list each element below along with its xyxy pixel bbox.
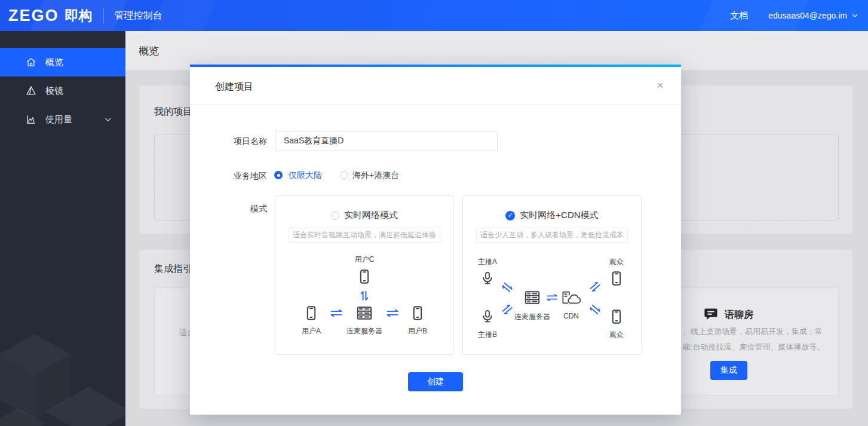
- voice-room-title: 语聊房: [725, 309, 753, 321]
- region-option-mainland-label[interactable]: 仅限大陆: [289, 170, 322, 181]
- sidebar-item-label: 使用量: [45, 114, 72, 125]
- sidebar-menu: 概览 棱镜 使用量: [0, 48, 125, 134]
- mode-cdn-radio-checked-icon[interactable]: ✓: [505, 211, 515, 220]
- mode-rtc-radio[interactable]: [331, 212, 339, 220]
- docs-link[interactable]: 文档: [730, 10, 748, 22]
- sidebar-item-overview[interactable]: 概览: [0, 48, 125, 76]
- sidebar-item-label: 概览: [45, 57, 63, 68]
- microphone-icon: [480, 271, 495, 286]
- close-icon[interactable]: ×: [654, 79, 667, 92]
- mode-rtc-description: 适合实时音视频互动场景，满足超低延迟体验: [289, 228, 440, 243]
- project-name-label: 项目名称: [190, 136, 267, 147]
- create-project-modal: 创建项目 × 项目名称 业务地区 仅限大陆 海外+港澳台 模式 实时网络模式 适…: [190, 65, 681, 415]
- sidebar-item-prism[interactable]: 棱镜: [0, 76, 125, 105]
- phone-icon: [356, 268, 373, 285]
- double-arrow-icon: [330, 309, 343, 317]
- create-button[interactable]: 创建: [408, 372, 463, 391]
- diagram-node-label: 用户C: [355, 255, 375, 265]
- diagram-node-label: 连麦服务器: [346, 326, 382, 336]
- region-option-overseas-label[interactable]: 海外+港澳台: [352, 170, 399, 181]
- voice-room-description: 、线上桌游场景，易用易开发，集成；常 能:自动推拉流、麦位管理、媒体播放等。: [683, 324, 825, 355]
- phone-icon: [608, 270, 625, 287]
- diagram-node-label: 用户B: [408, 326, 427, 336]
- integration-guide-title: 集成指引: [154, 263, 192, 275]
- home-icon: [25, 56, 37, 68]
- region-radio-mainland[interactable]: [274, 171, 283, 179]
- microphone-icon: [480, 309, 495, 324]
- server-icon: [355, 304, 374, 323]
- server-icon: [523, 288, 542, 307]
- project-name-input[interactable]: [275, 131, 498, 151]
- topbar: ZEGO 即构 管理控制台 文档 edusaas04@zego.im: [0, 0, 868, 31]
- sidebar-item-label: 棱镜: [45, 85, 63, 97]
- double-arrow-diagonal-icon: [500, 303, 514, 316]
- zego-logo-cjk[interactable]: 即构: [65, 9, 93, 23]
- mode-cdn-description: 适合少人互动，多人观看场景，更低拉流成本: [476, 228, 628, 243]
- double-arrow-diagonal-icon: [500, 281, 514, 294]
- voice-room-desc-line1: 、线上桌游场景，易用易开发，集成；常: [683, 324, 825, 339]
- double-arrow-vertical-icon: [360, 290, 369, 302]
- prism-icon: [25, 85, 37, 97]
- region-label: 业务地区: [190, 171, 267, 182]
- mode-card-rtc[interactable]: 实时网络模式 适合实时音视频互动场景，满足超低延迟体验 用户C: [275, 195, 454, 355]
- page-title: 概览: [139, 44, 159, 58]
- account-email: edusaas04@zego.im: [768, 11, 847, 20]
- modal-gradient-bar: [190, 65, 681, 67]
- console-title: 管理控制台: [115, 10, 162, 22]
- phone-icon: [303, 305, 320, 321]
- logo-divider: [103, 8, 104, 23]
- mode-cdn-title: 实时网络+CDN模式: [520, 210, 598, 221]
- voice-room-desc-line2: 能:自动推拉流、麦位管理、媒体播放等。: [683, 339, 825, 355]
- sidebar-cubes-decoration: [0, 269, 125, 426]
- diagram-node-label: CDN: [563, 312, 579, 320]
- diagram-node-label: 观众: [609, 257, 624, 267]
- diagram-node-label: 连麦服务器: [514, 312, 550, 322]
- double-arrow-icon: [386, 309, 399, 317]
- sidebar-item-usage[interactable]: 使用量: [0, 105, 125, 134]
- mode-label: 模式: [190, 204, 267, 214]
- phone-icon: [409, 305, 426, 321]
- region-radio-overseas[interactable]: [340, 171, 348, 179]
- diagram-node-label: 观众: [609, 330, 624, 340]
- sidebar: 概览 棱镜 使用量: [0, 31, 125, 426]
- mode-rtc-title: 实时网络模式: [344, 210, 398, 221]
- double-arrow-icon: [546, 294, 558, 301]
- diagram-node-label: 用户A: [302, 326, 321, 336]
- my-projects-title: 我的项目: [154, 106, 192, 118]
- double-arrow-diagonal-icon: [588, 303, 602, 316]
- zego-logo[interactable]: ZEGO: [8, 8, 59, 24]
- cdn-icon: [561, 289, 582, 306]
- double-arrow-diagonal-icon: [588, 280, 602, 293]
- voice-room-icon: [703, 307, 719, 322]
- account-menu[interactable]: edusaas04@zego.im: [768, 11, 858, 20]
- usage-chart-icon: [25, 114, 37, 125]
- integrate-button[interactable]: 集成: [710, 361, 747, 380]
- mode-card-cdn[interactable]: ✓ 实时网络+CDN模式 适合少人互动，多人观看场景，更低拉流成本 主播A 主播…: [462, 195, 642, 355]
- modal-title: 创建项目: [215, 81, 253, 93]
- modal-header-divider: [190, 105, 681, 105]
- phone-icon: [608, 308, 625, 325]
- diagram-node-label: 主播A: [478, 257, 497, 267]
- chevron-down-icon: [104, 115, 112, 124]
- chevron-down-icon: [851, 12, 858, 19]
- diagram-node-label: 主播B: [478, 330, 497, 340]
